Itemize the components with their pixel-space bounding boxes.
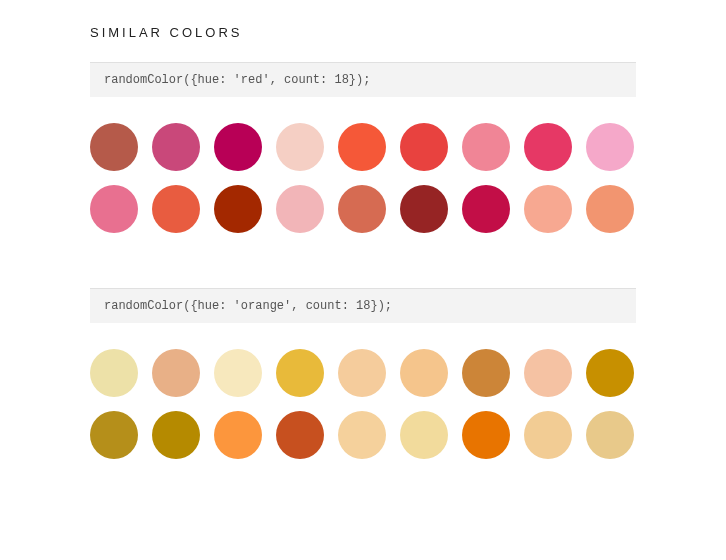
color-swatch [524,349,572,397]
color-swatch [276,185,324,233]
color-swatch [90,349,138,397]
color-swatch [462,185,510,233]
color-swatch [152,123,200,171]
swatch-grid-orange [90,349,636,459]
color-swatch [524,411,572,459]
color-swatch [462,349,510,397]
color-swatch [338,411,386,459]
color-swatch [462,123,510,171]
color-swatch [524,123,572,171]
color-swatch [338,185,386,233]
code-snippet-orange: randomColor({hue: 'orange', count: 18}); [90,289,636,323]
swatch-grid-red [90,123,636,233]
color-swatch [586,185,634,233]
color-swatch [152,185,200,233]
color-swatch [90,123,138,171]
color-swatch [152,411,200,459]
color-swatch [586,349,634,397]
color-swatch [338,123,386,171]
color-swatch [400,185,448,233]
section-title: SIMILAR COLORS [90,25,636,40]
color-swatch [214,123,262,171]
color-swatch [400,123,448,171]
color-swatch [338,349,386,397]
example-orange: randomColor({hue: 'orange', count: 18}); [90,288,636,459]
color-swatch [400,411,448,459]
example-red: randomColor({hue: 'red', count: 18}); [90,62,636,233]
color-swatch [276,349,324,397]
color-swatch [90,185,138,233]
color-swatch [276,411,324,459]
color-swatch [524,185,572,233]
color-swatch [586,123,634,171]
color-swatch [214,185,262,233]
color-swatch [462,411,510,459]
color-swatch [276,123,324,171]
color-swatch [152,349,200,397]
color-swatch [214,349,262,397]
color-swatch [400,349,448,397]
color-swatch [586,411,634,459]
color-swatch [90,411,138,459]
code-snippet-red: randomColor({hue: 'red', count: 18}); [90,63,636,97]
color-swatch [214,411,262,459]
